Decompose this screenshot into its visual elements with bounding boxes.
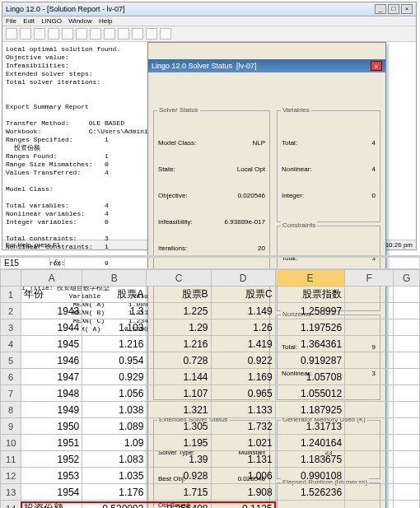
cell[interactable]: 0.954 — [82, 352, 147, 369]
cell[interactable]: 1.021 — [211, 435, 275, 451]
fx-icon[interactable]: fx — [50, 259, 65, 268]
cell[interactable] — [345, 484, 394, 501]
cell[interactable]: 股票B — [147, 287, 211, 303]
cell[interactable]: 0.929 — [82, 369, 147, 385]
cell[interactable]: 1.176 — [82, 484, 147, 501]
row-header[interactable]: 3 — [1, 319, 21, 336]
minimize-icon[interactable]: _ — [375, 4, 386, 14]
table-row[interactable]: 919501.0891.3051.7321.31713 — [1, 418, 420, 435]
cell[interactable] — [394, 418, 420, 435]
cell[interactable] — [394, 303, 420, 319]
cell[interactable]: 1.103 — [82, 319, 147, 336]
cell[interactable] — [394, 402, 420, 418]
cell[interactable]: 0.728 — [147, 352, 211, 369]
cell[interactable]: 1.05708 — [275, 369, 344, 385]
row-header[interactable]: 5 — [1, 352, 21, 369]
cell[interactable]: 0.922 — [211, 352, 275, 369]
cell[interactable] — [345, 468, 394, 484]
cell[interactable]: 1944 — [21, 319, 82, 336]
cell[interactable]: 0.1135 — [211, 501, 275, 509]
cell[interactable]: 投资份额 — [21, 501, 82, 509]
cell[interactable]: 1.419 — [211, 336, 275, 352]
cell[interactable] — [345, 451, 394, 468]
cell[interactable]: 1.195 — [147, 435, 211, 451]
col-header[interactable]: F — [345, 270, 394, 287]
cell[interactable] — [394, 287, 420, 303]
menu-lingo[interactable]: LINGO — [41, 17, 62, 25]
row-header[interactable]: 13 — [1, 484, 21, 501]
formula-bar[interactable]: E15 fx — [0, 257, 420, 269]
row-header[interactable]: 12 — [1, 468, 21, 484]
toolbar-icon[interactable] — [62, 28, 73, 40]
cell[interactable] — [394, 352, 420, 369]
cell[interactable]: 1.715 — [147, 484, 211, 501]
row-header[interactable]: 6 — [1, 369, 21, 385]
cell[interactable] — [394, 484, 420, 501]
cell[interactable]: 1.216 — [82, 336, 147, 352]
table-row[interactable]: 619470.9291.1441.1691.05708 — [1, 369, 420, 385]
table-row[interactable]: 1219531.0350.9281.0060.990108 — [1, 468, 420, 484]
cell[interactable] — [345, 369, 394, 385]
toolbar-icon[interactable] — [160, 28, 171, 40]
cell[interactable]: 1.169 — [211, 369, 275, 385]
cell[interactable]: 1.908 — [211, 484, 275, 501]
cell[interactable]: 1.144 — [147, 369, 211, 385]
close-icon[interactable]: × — [401, 4, 413, 14]
cell[interactable]: 1.364361 — [275, 336, 344, 352]
cell[interactable] — [394, 501, 420, 509]
row-header[interactable]: 4 — [1, 336, 21, 352]
cell[interactable]: 1948 — [21, 385, 82, 402]
cell[interactable]: 1.321 — [147, 402, 211, 418]
row-header[interactable]: 10 — [1, 435, 21, 451]
table-row[interactable]: 1019511.091.1951.0211.240164 — [1, 435, 420, 451]
cell[interactable]: 1.240164 — [275, 435, 344, 451]
table-row[interactable]: 319441.1031.291.261.197526 — [1, 319, 420, 336]
cell[interactable]: 0.530093 — [82, 501, 147, 509]
lingo-menubar[interactable]: File Edit LINGO Window Help — [2, 16, 416, 26]
cell[interactable] — [394, 435, 420, 451]
row-header[interactable]: 2 — [1, 303, 21, 319]
col-header[interactable]: G — [394, 270, 420, 287]
table-row[interactable]: 519460.9540.7280.9220.919287 — [1, 352, 420, 369]
cell[interactable]: 1954 — [21, 484, 82, 501]
cell[interactable]: 1.183675 — [275, 451, 344, 468]
cell[interactable]: 1.133 — [211, 402, 275, 418]
cell[interactable]: 1.038 — [82, 402, 147, 418]
toolbar-icon[interactable] — [104, 28, 115, 40]
cell[interactable]: 1.225 — [147, 303, 211, 319]
cell[interactable]: 1953 — [21, 468, 82, 484]
close-icon[interactable]: × — [371, 61, 382, 71]
cell[interactable]: 股票A — [82, 287, 147, 303]
cell[interactable]: 1.258997 — [275, 303, 344, 319]
cell[interactable]: 1.089 — [82, 418, 147, 435]
cell[interactable] — [345, 501, 394, 509]
cell[interactable]: 1.131 — [211, 451, 275, 468]
name-box[interactable]: E15 — [1, 258, 50, 268]
row-header[interactable]: 8 — [1, 402, 21, 418]
row-header[interactable]: 11 — [1, 451, 21, 468]
toolbar-icon[interactable] — [90, 28, 101, 40]
cell[interactable] — [345, 319, 394, 336]
cell[interactable]: 1.056 — [82, 385, 147, 402]
cell[interactable]: 0.928 — [147, 468, 211, 484]
cell[interactable]: 1.526236 — [275, 484, 344, 501]
cell[interactable]: 1950 — [21, 418, 82, 435]
cell[interactable] — [394, 369, 420, 385]
cell[interactable]: 0.356408 — [147, 501, 211, 509]
table-row[interactable]: 219431.31.2251.1491.258997 — [1, 303, 420, 319]
cell[interactable]: 年份 — [21, 287, 82, 303]
col-header[interactable]: B — [82, 270, 147, 287]
table-row[interactable]: 1119521.0831.391.1311.183675 — [1, 451, 420, 468]
cell[interactable] — [345, 418, 394, 435]
cell[interactable]: 1951 — [21, 435, 82, 451]
toolbar-icon[interactable] — [146, 28, 157, 40]
cell[interactable]: 1.732 — [211, 418, 275, 435]
cell[interactable] — [394, 451, 420, 468]
row-header[interactable]: 9 — [1, 418, 21, 435]
lingo-titlebar[interactable]: Lingo 12.0 - [Solution Report - lv-07] _… — [2, 2, 416, 16]
toolbar-icon[interactable] — [34, 28, 45, 40]
cell[interactable]: 1.39 — [147, 451, 211, 468]
maximize-icon[interactable]: □ — [388, 4, 399, 14]
select-all[interactable] — [1, 270, 21, 287]
cell[interactable]: 1943 — [21, 303, 82, 319]
